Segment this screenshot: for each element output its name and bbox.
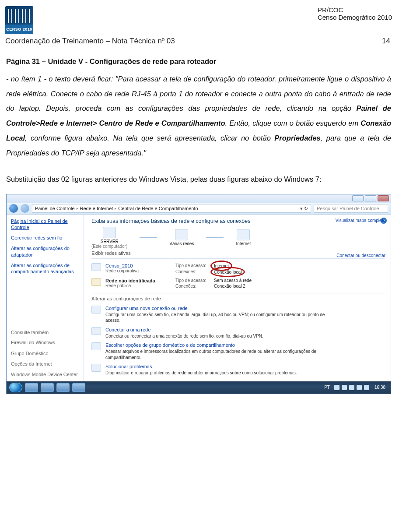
taskbar-app[interactable] (41, 383, 54, 392)
connect-disconnect-link[interactable]: Conectar ou desconectar (336, 253, 385, 258)
net1-k1: Tipo de acesso: (175, 263, 210, 268)
crumb-0[interactable]: Painel de Controle (35, 206, 75, 211)
task-item: Solucionar problemas Diagnosticar e repa… (91, 362, 385, 378)
net2-v2[interactable]: Conexão local 2 (214, 284, 245, 289)
taskbar-app[interactable] (72, 383, 85, 392)
network-icon (91, 263, 101, 271)
body-bold3: Propriedades (274, 134, 320, 142)
sidebar-footer-wmdc[interactable]: Windows Mobile Device Center (11, 371, 80, 377)
minimize-button[interactable] (352, 195, 364, 201)
net2-k1: Tipo de acesso: (175, 278, 210, 283)
window-titlebar (7, 194, 391, 203)
view-full-map-link[interactable]: Visualizar mapa completo (336, 218, 385, 223)
map-internet: Internet (236, 241, 251, 246)
task2-title[interactable]: Escolher opções de grupo doméstico e de … (105, 342, 333, 348)
clock: 16:38 (372, 385, 388, 390)
sidebar-link-wireless[interactable]: Gerenciar redes sem fio (11, 235, 80, 241)
task-icon (91, 342, 101, 350)
main-content: Exiba suas informações básicas de rede e… (84, 215, 391, 381)
header-right: PR/COC Censo Demográfico 2010 (318, 6, 392, 21)
section-title: Página 31 – Unidade V - Configurações de… (6, 57, 216, 65)
sidebar-footer-heading: Consulte também (11, 330, 80, 335)
lang-indicator[interactable]: PT (322, 385, 332, 390)
coord-line: Coordenação de Treinamento – Nota Técnic… (5, 37, 392, 46)
address-bar: Painel de Controle▸ Rede e Internet▸ Cen… (7, 203, 391, 215)
task0-desc: Configurar uma conexão sem fio, de banda… (105, 312, 333, 324)
globe-icon (237, 229, 250, 240)
window-buttons (352, 195, 389, 201)
task-icon (91, 327, 101, 335)
sidebar-link-sharing[interactable]: Alterar as configurações de compartilham… (11, 262, 80, 275)
start-button[interactable] (9, 383, 22, 392)
net2-type: Rede pública (105, 283, 171, 288)
sidebar-footer-homegroup[interactable]: Grupo Doméstico (11, 350, 80, 356)
body-text: Página 31 – Unidade V - Configurações de… (5, 54, 392, 187)
task1-desc: Conectar ou reconectar a uma conexão de … (105, 333, 263, 339)
sidebar: Página Inicial do Painel de Controle Ger… (7, 215, 84, 381)
net1-type: Rede corporativa (105, 268, 171, 273)
windows-screenshot: Painel de Controle▸ Rede e Internet▸ Cen… (6, 194, 391, 394)
task3-title[interactable]: Solucionar problemas (105, 364, 297, 369)
body-pre: - no ítem 1 - o texto deverá ficar: "Par… (6, 75, 391, 113)
coord-text: Coordenação de Treinamento – Nota Técnic… (5, 37, 175, 46)
map-server: SERVER (91, 239, 127, 244)
forward-button[interactable] (21, 204, 29, 213)
net2-name: Rede não identificada (105, 278, 171, 283)
task3-desc: Diagnosticar e reparar problemas de rede… (105, 370, 297, 376)
net1-k2: Conexões: (175, 269, 210, 275)
header-line1: PR/COC (318, 6, 392, 14)
task2-desc: Acessar arquivos e impressoras localizad… (105, 349, 333, 360)
map-multi: Várias redes (169, 241, 194, 246)
bench-icon (91, 278, 101, 286)
task-item: Configurar uma nova conexão ou rede Conf… (91, 304, 385, 325)
computer-icon (103, 227, 116, 238)
search-placeholder: Pesquisar Painel de Controle (317, 206, 379, 211)
task-item: Escolher opções de grupo doméstico e de … (91, 341, 385, 362)
breadcrumb[interactable]: Painel de Controle▸ Rede e Internet▸ Cen… (32, 204, 311, 213)
search-input[interactable]: Pesquisar Painel de Controle (314, 204, 388, 213)
task-item: Conectar a uma rede Conectar ou reconect… (91, 325, 385, 341)
maximize-button[interactable] (365, 195, 376, 201)
crumb-1[interactable]: Rede e Internet (80, 206, 113, 211)
network-icon (175, 229, 188, 240)
body-mid1: . Então, clique com o botão esquerdo em (225, 119, 361, 127)
task0-title[interactable]: Configurar uma nova conexão ou rede (105, 306, 333, 311)
sidebar-link-adapter[interactable]: Alterar as configurações do adaptador (11, 245, 80, 258)
taskbar-app[interactable] (25, 383, 38, 392)
net1-v2[interactable]: Conexão local (214, 270, 242, 275)
sidebar-link-home[interactable]: Página Inicial do Painel de Controle (11, 218, 80, 231)
sidebar-footer-firewall[interactable]: Firewall do Windows (11, 339, 80, 345)
sidebar-footer-internet[interactable]: Opções da Internet (11, 361, 80, 367)
network-row-1: Censo_2010 Rede corporativa Tipo de aces… (91, 261, 385, 276)
header-line2: Censo Demográfico 2010 (318, 14, 392, 21)
network-row-2: Rede não identificada Rede pública Tipo … (91, 276, 385, 290)
back-button[interactable] (9, 204, 18, 213)
page-number: 14 (382, 37, 392, 46)
task1-title[interactable]: Conectar a uma rede (105, 327, 263, 332)
document-header: CENSO 2010 PR/COC Censo Demográfico 2010 (5, 6, 392, 34)
network-map: SERVER(Este computador) Várias redes Int… (91, 227, 385, 249)
logo-label: CENSO 2010 (5, 25, 33, 34)
crumb-2[interactable]: Central de Rede e Compartilhamento (118, 206, 198, 211)
task-icon (91, 364, 101, 372)
task-icon (91, 306, 101, 314)
net2-k2: Conexões: (175, 284, 210, 289)
taskbar-app[interactable] (56, 383, 70, 392)
censo-logo: CENSO 2010 (5, 6, 33, 34)
task-list: Configurar uma nova conexão ou rede Conf… (91, 304, 385, 378)
body-mid2: , conforme figura abaixo. Na tela que se… (25, 134, 274, 142)
alterar-label: Alterar as configurações de rede (91, 296, 385, 301)
map-server-sub: (Este computador) (91, 244, 127, 249)
taskbar: PT 16:38 (7, 381, 391, 394)
subst-text: Substituição das 02 figuras anteriores d… (6, 172, 391, 187)
system-tray[interactable] (334, 385, 369, 390)
net1-name[interactable]: Censo_2010 (105, 263, 171, 268)
close-button[interactable] (378, 195, 389, 201)
net2-v1: Sem acesso à rede (214, 278, 252, 283)
